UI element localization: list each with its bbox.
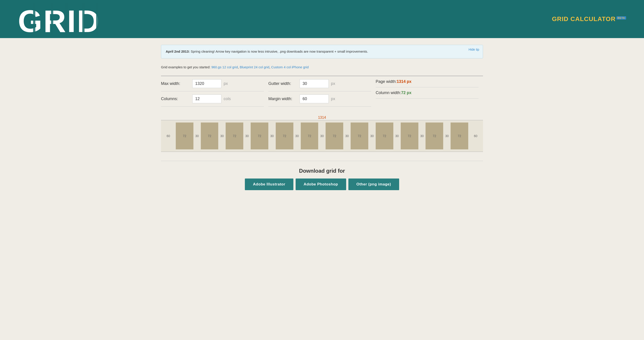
grid-visualization: 6072307230723072307230723072307230723072…	[161, 122, 483, 149]
example-link-blueprint[interactable]: Blueprint 24 col grid	[240, 65, 270, 69]
grid-examples: Grid examples to get you started: 960.gs…	[161, 65, 483, 69]
download-illustrator-button[interactable]: Adobe Illustrator	[245, 179, 294, 190]
grid-cell-column: 72	[450, 122, 468, 149]
svg-text:GRID: GRID	[18, 4, 100, 35]
grid-cell-gutter: 30	[318, 122, 326, 149]
example-link-iphone[interactable]: Custom 4 col iPhone grid	[271, 65, 309, 69]
grid-cell-gutter: 30	[194, 122, 201, 149]
grid-cell-gutter: 30	[268, 122, 276, 149]
controls-area: Max width: px Columns: cols Gutter width…	[161, 76, 483, 107]
tip-text: April 2nd 2013: Spring cleaning! Arrow k…	[166, 49, 478, 54]
app-header: GRID GRID CALCULATORBETA	[0, 0, 644, 38]
examples-prefix: Grid examples to get you started:	[161, 65, 210, 69]
gutter-input[interactable]	[300, 79, 329, 88]
grid-cell-column: 72	[301, 122, 318, 149]
download-section: Download grid for Adobe Illustrator Adob…	[161, 161, 483, 197]
margin-input[interactable]	[300, 95, 329, 103]
columns-input[interactable]	[192, 95, 222, 103]
svg-rect-3	[65, 3, 68, 35]
column-width-row: Column width: 72 px	[376, 87, 478, 99]
svg-rect-2	[51, 3, 53, 35]
grid-cell-column: 72	[251, 122, 268, 149]
beta-badge: BETA	[616, 16, 626, 20]
max-width-label: Max width:	[161, 81, 192, 86]
grid-viz-wrapper: 6072307230723072307230723072307230723072…	[161, 120, 483, 152]
svg-rect-1	[33, 3, 35, 35]
grid-cell-column: 72	[226, 122, 243, 149]
columns-label: Columns:	[161, 97, 192, 101]
gutter-unit: px	[331, 81, 335, 86]
brand-section: GRID CALCULATORBETA	[552, 16, 626, 23]
grid-width-label: 1314	[161, 116, 483, 120]
column-width-value: 72 px	[401, 90, 412, 95]
grid-cell-column: 72	[276, 122, 294, 149]
grid-cell-gutter: 30	[443, 122, 450, 149]
max-width-unit: px	[224, 81, 228, 86]
svg-rect-5	[96, 3, 98, 35]
download-png-button[interactable]: Other (png image)	[348, 179, 399, 190]
grid-cell-column: 72	[401, 122, 418, 149]
grid-cell-gutter: 30	[343, 122, 350, 149]
grid-cell-column: 72	[350, 122, 368, 149]
tip-box: Hide tip April 2nd 2013: Spring cleaning…	[161, 45, 483, 58]
margin-row: Margin width: px	[268, 91, 371, 107]
grid-cell-gutter: 30	[294, 122, 301, 149]
grid-cell-gutter: 30	[418, 122, 426, 149]
download-title: Download grid for	[161, 168, 483, 174]
grid-viz-container: 1314 60723072307230723072307230723072307…	[161, 116, 483, 152]
download-buttons: Adobe Illustrator Adobe Photoshop Other …	[161, 179, 483, 190]
grid-cell-column: 72	[201, 122, 218, 149]
brand-name: GRID CALCULATORBETA	[552, 16, 626, 23]
columns-unit: cols	[224, 97, 231, 101]
grid-cell-gutter: 30	[218, 122, 226, 149]
hide-tip-link[interactable]: Hide tip	[469, 48, 479, 51]
grid-cell-column: 72	[326, 122, 343, 149]
tip-message: Spring cleaning! Arrow key navigation is…	[191, 50, 368, 53]
page-width-value: 1314 px	[397, 79, 412, 84]
brand-prefix: GRID	[552, 16, 570, 22]
column-width-label: Column width:	[376, 90, 401, 95]
grid-cell-column: 72	[426, 122, 443, 149]
grid-cell-column: 72	[376, 122, 393, 149]
gutter-label: Gutter width:	[268, 81, 300, 86]
main-content: Hide tip April 2nd 2013: Spring cleaning…	[152, 38, 492, 204]
margin-label: Margin width:	[268, 97, 300, 101]
grid-cell-gutter: 30	[393, 122, 401, 149]
max-width-input[interactable]	[192, 79, 222, 88]
page-width-label: Page width:	[376, 79, 397, 84]
margin-unit: px	[331, 97, 335, 101]
download-photoshop-button[interactable]: Adobe Photoshop	[296, 179, 346, 190]
controls-col-1: Max width: px Columns: cols	[161, 76, 268, 107]
controls-col-2: Gutter width: px Margin width: px	[268, 76, 376, 107]
grid-cell-gutter: 30	[243, 122, 251, 149]
brand-suffix: CALCULATOR	[570, 16, 616, 22]
grid-cell-margin: 60	[161, 122, 176, 149]
controls-col-3: Page width: 1314 px Column width: 72 px	[376, 76, 483, 107]
tip-date: April 2nd 2013:	[166, 50, 190, 53]
grid-cell-column: 72	[176, 122, 194, 149]
columns-row: Columns: cols	[161, 91, 264, 107]
svg-rect-4	[82, 3, 84, 35]
grid-cell-margin: 60	[468, 122, 483, 149]
grid-cell-gutter: 30	[368, 122, 376, 149]
app-logo: GRID	[18, 3, 103, 35]
gutter-row: Gutter width: px	[268, 76, 371, 91]
max-width-row: Max width: px	[161, 76, 264, 91]
page-width-row: Page width: 1314 px	[376, 76, 478, 87]
example-link-960[interactable]: 960.gs 12 col grid	[211, 65, 238, 69]
